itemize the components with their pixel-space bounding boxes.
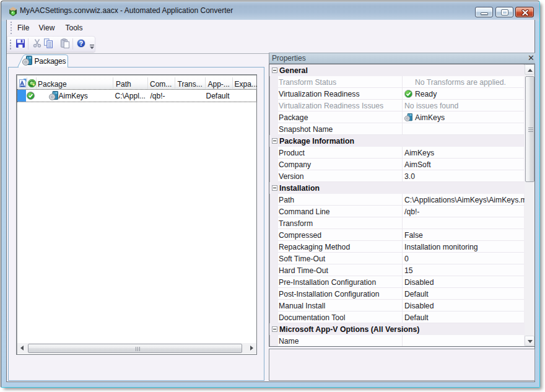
svg-text:?: ? (79, 39, 83, 46)
